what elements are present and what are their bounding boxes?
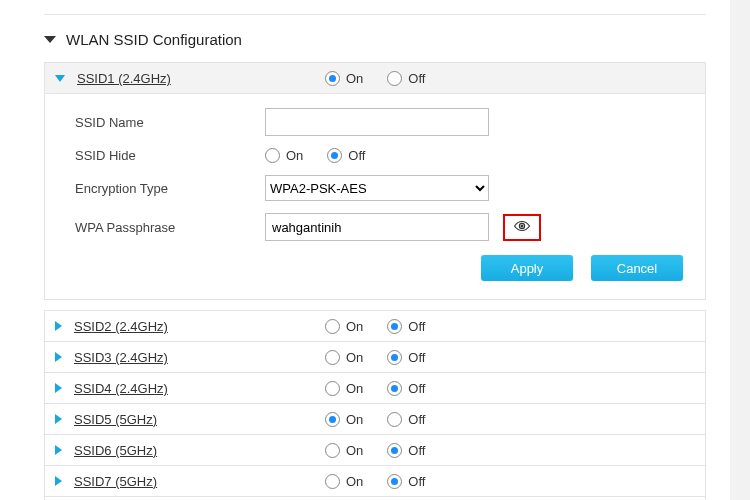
ssid-off-radio[interactable]: Off — [387, 474, 425, 489]
ssid-link[interactable]: SSID5 (5GHz) — [74, 412, 157, 427]
chevron-right-icon — [55, 476, 62, 486]
svg-point-0 — [521, 224, 524, 227]
ssid-off-radio[interactable]: Off — [387, 381, 425, 396]
chevron-right-icon — [55, 321, 62, 331]
ssid-hide-on-radio[interactable]: On — [265, 148, 303, 163]
ssid-on-radio[interactable]: On — [325, 319, 363, 334]
ssid-link[interactable]: SSID6 (5GHz) — [74, 443, 157, 458]
divider — [44, 14, 706, 15]
eye-icon[interactable] — [513, 220, 531, 232]
encryption-type-label: Encryption Type — [75, 181, 265, 196]
ssid-row[interactable]: SSID2 (2.4GHz)OnOff — [44, 310, 706, 342]
encryption-type-select[interactable]: WPA2-PSK-AES — [265, 175, 489, 201]
chevron-right-icon — [55, 352, 62, 362]
ssid-row[interactable]: SSID5 (5GHz)OnOff — [44, 404, 706, 435]
apply-button[interactable]: Apply — [481, 255, 573, 281]
section-title-text: WLAN SSID Configuration — [66, 31, 242, 48]
ssid1-detail-panel: SSID Name SSID Hide On Off Encryption Ty… — [44, 94, 706, 300]
ssid-off-radio[interactable]: Off — [387, 319, 425, 334]
cancel-button[interactable]: Cancel — [591, 255, 683, 281]
highlight-box — [503, 214, 541, 241]
ssid-hide-off-radio[interactable]: Off — [327, 148, 365, 163]
ssid-on-radio[interactable]: On — [325, 412, 363, 427]
ssid-row[interactable]: SSID6 (5GHz)OnOff — [44, 435, 706, 466]
ssid-link[interactable]: SSID7 (5GHz) — [74, 474, 157, 489]
ssid-off-radio[interactable]: Off — [387, 350, 425, 365]
ssid-off-radio[interactable]: Off — [387, 412, 425, 427]
ssid1-header[interactable]: SSID1 (2.4GHz) On Off — [44, 62, 706, 94]
ssid1-onoff-group: On Off — [325, 71, 695, 86]
ssid-on-radio[interactable]: On — [325, 474, 363, 489]
section-title: WLAN SSID Configuration — [44, 31, 706, 48]
chevron-right-icon — [55, 414, 62, 424]
ssid-link[interactable]: SSID2 (2.4GHz) — [74, 319, 168, 334]
ssid-on-radio[interactable]: On — [325, 381, 363, 396]
ssid-link[interactable]: SSID4 (2.4GHz) — [74, 381, 168, 396]
ssid-link[interactable]: SSID3 (2.4GHz) — [74, 350, 168, 365]
ssid-row[interactable]: SSID3 (2.4GHz)OnOff — [44, 342, 706, 373]
ssid-name-label: SSID Name — [75, 115, 265, 130]
ssid-row[interactable]: SSID4 (2.4GHz)OnOff — [44, 373, 706, 404]
ssid1-on-radio[interactable]: On — [325, 71, 363, 86]
ssid-row[interactable]: SSID7 (5GHz)OnOff — [44, 466, 706, 497]
ssid-on-radio[interactable]: On — [325, 350, 363, 365]
chevron-down-icon — [55, 75, 65, 82]
ssid-off-radio[interactable]: Off — [387, 443, 425, 458]
chevron-down-icon — [44, 36, 56, 43]
ssid-link-ssid1[interactable]: SSID1 (2.4GHz) — [77, 71, 171, 86]
chevron-right-icon — [55, 445, 62, 455]
ssid1-off-radio[interactable]: Off — [387, 71, 425, 86]
ssid-hide-label: SSID Hide — [75, 148, 265, 163]
wpa-passphrase-input[interactable] — [265, 213, 489, 241]
wpa-passphrase-label: WPA Passphrase — [75, 220, 265, 235]
ssid-on-radio[interactable]: On — [325, 443, 363, 458]
ssid-name-input[interactable] — [265, 108, 489, 136]
chevron-right-icon — [55, 383, 62, 393]
